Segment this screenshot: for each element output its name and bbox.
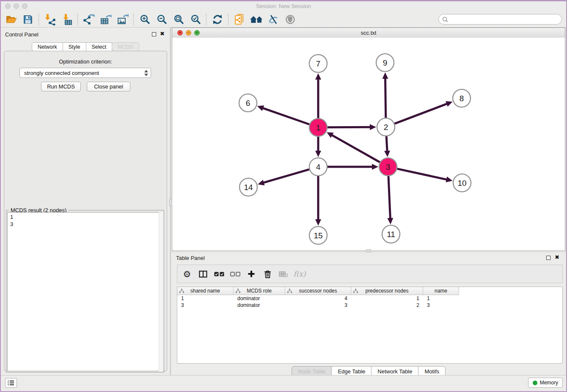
status-bar: Memory bbox=[1, 375, 566, 391]
mcds-result-list: 13 bbox=[7, 212, 163, 371]
export-network-button[interactable] bbox=[80, 13, 97, 26]
graph-edge-arrowhead bbox=[383, 72, 388, 79]
graph-edge-3-11[interactable] bbox=[388, 176, 390, 219]
zoom-in-button[interactable] bbox=[136, 13, 153, 26]
show-panels-button[interactable] bbox=[5, 378, 17, 388]
add-column-icon[interactable] bbox=[245, 268, 258, 280]
refresh-view-button[interactable] bbox=[209, 13, 226, 26]
graph-edge-4-14[interactable] bbox=[263, 169, 309, 183]
zoom-out-button[interactable] bbox=[153, 13, 170, 26]
export-table-icon bbox=[100, 14, 112, 25]
float-table-panel-icon[interactable] bbox=[546, 256, 550, 260]
close-panel-button[interactable]: Close panel bbox=[87, 82, 130, 91]
graph-node-label: 8 bbox=[460, 94, 464, 103]
save-session-button[interactable] bbox=[19, 13, 36, 26]
toolbar-separator bbox=[39, 14, 39, 25]
table-panel: Table Panel ✖ ⚙ f(x) bbox=[172, 253, 565, 375]
hide-graphics-details-button[interactable] bbox=[265, 13, 282, 26]
table-cell: 2 bbox=[351, 302, 423, 308]
tab-style[interactable]: Style bbox=[63, 42, 86, 51]
table-row[interactable]: 3dominator323 bbox=[177, 302, 562, 309]
import-table-icon bbox=[61, 14, 73, 25]
tab-select[interactable]: Select bbox=[86, 42, 113, 51]
column-header-predecessor-nodes[interactable]: predecessor nodes bbox=[351, 287, 423, 295]
zoom-fit-icon bbox=[173, 14, 184, 25]
graph-edge-2-8[interactable] bbox=[395, 103, 448, 124]
open-session-button[interactable] bbox=[3, 13, 19, 26]
select-all-columns-icon[interactable] bbox=[213, 268, 226, 280]
run-mcds-button[interactable]: Run MCDS bbox=[41, 82, 81, 91]
graph-edge-1-6[interactable] bbox=[262, 108, 309, 124]
export-network-icon bbox=[83, 14, 95, 25]
export-image-icon bbox=[117, 14, 129, 25]
show-graphics-details-button[interactable] bbox=[282, 13, 299, 26]
network-window: × − + scc.txt 7968124314101511 bbox=[172, 28, 565, 251]
open-folder-icon bbox=[6, 14, 17, 24]
function-builder-icon[interactable]: f(x) bbox=[293, 268, 306, 280]
table-cell: 3 bbox=[285, 302, 351, 308]
node-table-body: 1dominator4113dominator323 bbox=[177, 295, 562, 309]
toolbar-separator bbox=[77, 14, 78, 25]
search-icon bbox=[442, 17, 448, 22]
graph-node-label: 7 bbox=[316, 59, 321, 68]
graph-edge-arrowhead bbox=[370, 124, 376, 130]
column-header-name[interactable]: name bbox=[423, 287, 459, 295]
graph-edge-arrowhead bbox=[446, 177, 452, 182]
export-table-button[interactable] bbox=[97, 13, 114, 26]
tab-mcds[interactable]: MCDS bbox=[112, 42, 139, 51]
graph-edge-3-1[interactable] bbox=[331, 135, 380, 162]
memory-button[interactable]: Memory bbox=[528, 378, 563, 388]
clone-network-icon bbox=[234, 14, 245, 25]
close-table-panel-icon[interactable]: ✖ bbox=[555, 254, 559, 261]
graph-edge-3-10[interactable] bbox=[397, 169, 447, 180]
toolbar-separator bbox=[228, 14, 229, 25]
toolbar-separator bbox=[133, 14, 134, 25]
hierarchy-icon bbox=[236, 289, 240, 295]
close-panel-icon[interactable]: ✖ bbox=[160, 30, 165, 37]
delete-column-icon[interactable] bbox=[261, 268, 274, 280]
memory-label: Memory bbox=[540, 380, 558, 386]
zoom-selected-button[interactable] bbox=[187, 13, 204, 26]
column-header-shared-name[interactable]: shared name bbox=[177, 287, 234, 295]
delete-table-icon[interactable] bbox=[277, 268, 290, 280]
column-header-label: name bbox=[435, 288, 447, 294]
refresh-icon bbox=[212, 14, 223, 25]
optimization-criterion-select[interactable]: strongly connected component bbox=[19, 68, 151, 78]
first-neighbors-button[interactable] bbox=[248, 13, 265, 26]
network-canvas[interactable]: 7968124314101511 bbox=[172, 38, 565, 251]
graph-edge-1-2[interactable] bbox=[328, 127, 371, 127]
save-icon bbox=[23, 14, 33, 25]
search-input[interactable] bbox=[450, 16, 558, 23]
result-scrollbar[interactable] bbox=[159, 212, 163, 371]
float-panel-icon[interactable] bbox=[152, 32, 156, 36]
zoom-out-icon bbox=[157, 14, 167, 25]
table-row[interactable]: 1dominator411 bbox=[177, 295, 562, 302]
split-view-icon[interactable] bbox=[197, 268, 209, 280]
column-header-successor-nodes[interactable]: successor nodes bbox=[285, 287, 351, 295]
deselect-all-columns-icon[interactable] bbox=[229, 268, 242, 280]
graph-node-label: 3 bbox=[386, 163, 391, 171]
node-table-header: shared nameMCDS rolesuccessor nodesprede… bbox=[177, 287, 562, 295]
table-cell: dominator bbox=[234, 295, 285, 301]
import-network-button[interactable] bbox=[41, 13, 58, 26]
mcds-result-item: 1 bbox=[10, 213, 160, 221]
settings-icon[interactable]: ⚙ bbox=[181, 268, 193, 280]
panel-splitter-handle[interactable] bbox=[169, 199, 172, 206]
node-table: shared nameMCDS rolesuccessor nodesprede… bbox=[177, 287, 563, 364]
column-header-MCDS-role[interactable]: MCDS role bbox=[234, 287, 285, 295]
graph-node-label: 4 bbox=[316, 163, 321, 171]
import-table-button[interactable] bbox=[58, 13, 75, 26]
zoom-fit-button[interactable] bbox=[170, 13, 187, 26]
table-panel-title: Table Panel bbox=[176, 255, 205, 261]
tab-network[interactable]: Network bbox=[32, 42, 63, 51]
graph-edge-2-9[interactable] bbox=[385, 77, 385, 118]
graph-edge-2-3[interactable] bbox=[386, 136, 387, 152]
graph-node-label: 15 bbox=[314, 231, 322, 240]
graph-node-label: 2 bbox=[384, 123, 388, 132]
clone-network-button[interactable] bbox=[231, 13, 248, 26]
export-image-button[interactable] bbox=[114, 13, 131, 26]
zoom-selected-icon bbox=[190, 14, 201, 25]
control-panel: Control Panel ✖ NetworkStyleSelectMCDS O… bbox=[1, 28, 171, 375]
panel-splitter-handle[interactable] bbox=[366, 249, 371, 252]
table-cell: 3 bbox=[177, 302, 234, 308]
